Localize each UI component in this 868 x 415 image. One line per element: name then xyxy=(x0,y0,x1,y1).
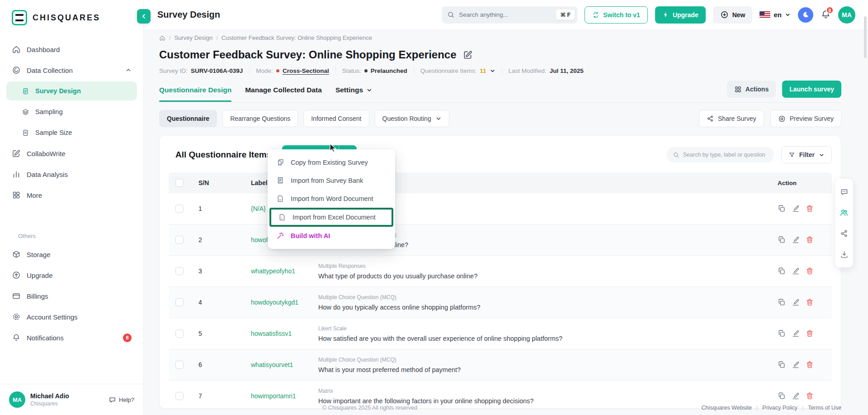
table-search-input[interactable]: Search by type, label or question xyxy=(666,147,774,162)
sidebar-item-dashboard[interactable]: Dashboard xyxy=(6,40,137,59)
logo[interactable]: CHISQUARES xyxy=(0,0,143,33)
comments-button[interactable] xyxy=(836,182,852,201)
edit-title-icon[interactable] xyxy=(463,50,473,60)
sidebar-item-billings[interactable]: Billings xyxy=(6,286,137,305)
tab-questionnaire-design[interactable]: Questionnaire Design xyxy=(159,81,231,101)
breadcrumb-survey-design[interactable]: Survey Design xyxy=(175,34,213,41)
share-survey-button[interactable]: Share Survey xyxy=(699,110,764,127)
sidebar-item-upgrade[interactable]: Upgrade xyxy=(6,266,137,285)
edit-pencil-icon[interactable] xyxy=(792,298,800,306)
sidebar-item-data-analysis[interactable]: Data Analysis xyxy=(6,165,137,184)
row-question-type: Matrix xyxy=(318,388,772,394)
delete-trash-icon[interactable] xyxy=(806,205,814,213)
row-label[interactable]: howdoyoutykgd1 xyxy=(244,299,318,306)
delete-trash-icon[interactable] xyxy=(806,236,814,244)
chevron-down-icon xyxy=(435,115,442,122)
download-button[interactable] xyxy=(836,245,852,264)
survey-id: Survey ID: SURV-0106A-039J xyxy=(159,67,243,74)
breadcrumb-current[interactable]: Customer Feedback Survey: Online Shoppin… xyxy=(222,34,372,41)
menu-item-import-from-excel-document[interactable]: x Import from Excel Document xyxy=(269,208,393,227)
home-icon[interactable] xyxy=(159,35,165,41)
menu-item-copy-from-existing-survey[interactable]: Copy from Existing Survey xyxy=(268,153,395,172)
edit-pencil-icon[interactable] xyxy=(792,267,800,275)
menu-item-build-with-ai[interactable]: Build with AI xyxy=(268,227,395,245)
profile-avatar[interactable]: MA xyxy=(838,6,855,24)
sidebar-item-collabowrite[interactable]: CollaboWrite xyxy=(6,144,137,163)
edit-pencil-icon[interactable] xyxy=(792,236,800,244)
row-question-text: What is your most preferred method of pa… xyxy=(318,366,772,373)
delete-trash-icon[interactable] xyxy=(806,329,814,338)
row-checkbox[interactable] xyxy=(175,392,184,400)
row-question-text: How do you typically access online shopp… xyxy=(318,304,772,311)
user-avatar[interactable]: MA xyxy=(9,391,25,408)
global-search-input[interactable]: Search anything... ⌘ F xyxy=(442,6,577,24)
survey-mode-value[interactable]: Cross-Sectional xyxy=(283,67,329,74)
duplicate-icon[interactable] xyxy=(778,267,786,275)
questionnaire-items-count[interactable]: Questionnaire Items: 11 xyxy=(420,67,495,74)
new-button[interactable]: New xyxy=(713,6,753,24)
duplicate-icon[interactable] xyxy=(778,392,786,400)
chevron-up-icon xyxy=(125,67,132,73)
row-checkbox[interactable] xyxy=(175,361,184,369)
row-checkbox[interactable] xyxy=(175,267,184,275)
subtab-informed-consent[interactable]: Informed Consent xyxy=(303,110,369,127)
row-sn: 6 xyxy=(194,361,244,368)
preview-survey-button[interactable]: Preview Survey xyxy=(770,110,841,127)
switch-to-v1-button[interactable]: Switch to v1 xyxy=(585,6,648,24)
notifications-bell[interactable]: 8 xyxy=(821,10,831,20)
row-label[interactable]: whattypeofyho1 xyxy=(244,267,318,275)
actions-button[interactable]: Actions xyxy=(727,81,776,98)
row-checkbox[interactable] xyxy=(175,298,184,306)
sidebar-item-sample-size[interactable]: Sample Size xyxy=(6,123,137,142)
edit-pencil-icon[interactable] xyxy=(792,205,800,213)
row-checkbox[interactable] xyxy=(175,236,184,244)
subtab-question-routing[interactable]: Question Routing xyxy=(375,110,449,127)
footer-link-terms[interactable]: Terms of Use xyxy=(808,405,841,411)
menu-item-import-from-word-document[interactable]: w Import from Word Document xyxy=(268,190,395,208)
duplicate-icon[interactable] xyxy=(778,205,786,213)
divider xyxy=(335,67,336,74)
sidebar-item-account-settings[interactable]: Account Settings xyxy=(6,307,137,326)
sidebar-item-label: Storage xyxy=(27,251,51,258)
filter-button[interactable]: Filter xyxy=(781,146,832,163)
sidebar-item-storage[interactable]: Storage xyxy=(6,245,137,264)
delete-trash-icon[interactable] xyxy=(806,392,814,400)
row-label[interactable]: howimportamri1 xyxy=(244,392,318,400)
language-selector[interactable]: en xyxy=(760,11,791,19)
sidebar-item-notifications[interactable]: Notifications 8 xyxy=(6,328,137,347)
select-all-checkbox[interactable] xyxy=(175,179,184,187)
dark-mode-toggle[interactable] xyxy=(798,7,813,23)
row-checkbox[interactable] xyxy=(175,329,184,338)
edit-pencil-icon[interactable] xyxy=(792,392,800,400)
duplicate-icon[interactable] xyxy=(778,329,786,338)
delete-trash-icon[interactable] xyxy=(806,298,814,306)
duplicate-icon[interactable] xyxy=(778,361,786,369)
menu-item-import-from-survey-bank[interactable]: Import from Survey Bank xyxy=(268,172,395,190)
row-checkbox[interactable] xyxy=(175,205,184,213)
help-button[interactable]: Help? xyxy=(108,396,134,404)
upgrade-button[interactable]: Upgrade xyxy=(655,6,706,24)
edit-pencil-icon[interactable] xyxy=(792,329,800,338)
scrollbar[interactable] xyxy=(864,16,867,58)
share-button[interactable] xyxy=(836,224,852,243)
subtab-rearrange-questions[interactable]: Rearrange Questions xyxy=(222,110,298,127)
footer-link-privacy[interactable]: Privacy Policy xyxy=(762,405,797,411)
footer-link-website[interactable]: Chisquares Website xyxy=(701,405,752,411)
sidebar-item-more[interactable]: More xyxy=(6,186,137,205)
launch-survey-button[interactable]: Launch survey xyxy=(782,81,841,98)
row-label[interactable]: howsatisfissv1 xyxy=(244,330,318,337)
collaborators-button[interactable] xyxy=(836,203,852,222)
subtab-questionnaire[interactable]: Questionnaire xyxy=(159,110,217,127)
edit-pencil-icon[interactable] xyxy=(792,361,800,369)
sidebar-item-data-collection[interactable]: Data Collection xyxy=(6,61,137,80)
duplicate-icon[interactable] xyxy=(778,298,786,306)
sidebar-item-sampling[interactable]: Sampling xyxy=(6,102,137,121)
sidebar-item-survey-design[interactable]: Survey Design xyxy=(6,81,137,100)
delete-trash-icon[interactable] xyxy=(806,267,814,275)
tab-manage-collected-data[interactable]: Manage Collected Data xyxy=(245,81,322,101)
duplicate-icon[interactable] xyxy=(778,236,786,244)
tab-settings[interactable]: Settings xyxy=(335,81,373,101)
sidebar-collapse-button[interactable] xyxy=(137,9,151,24)
delete-trash-icon[interactable] xyxy=(806,361,814,369)
row-label[interactable]: whatisyourvet1 xyxy=(244,361,318,368)
